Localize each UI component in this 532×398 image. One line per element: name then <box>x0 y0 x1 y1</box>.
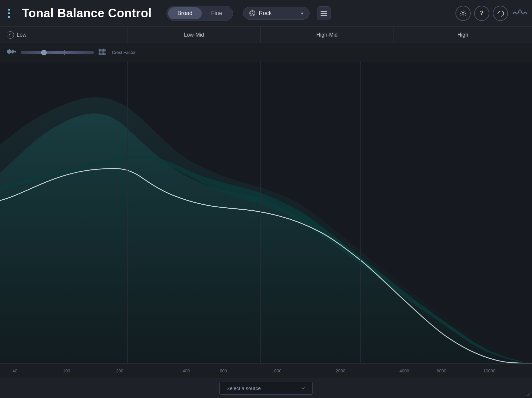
svg-rect-11 <box>14 51 15 52</box>
dots-menu-button[interactable] <box>5 5 13 21</box>
crest-factor-slider[interactable] <box>21 50 94 56</box>
svg-rect-8 <box>11 51 12 53</box>
dot-1 <box>8 9 10 11</box>
preset-chevron: ▾ <box>301 11 303 16</box>
hamburger-menu-button[interactable] <box>317 6 331 20</box>
resize-handle-icon[interactable] <box>525 391 531 397</box>
crest-grid-icon <box>99 48 106 57</box>
freq-tick-1000: 1000 <box>272 368 281 373</box>
band-low-mid-label: Low-Mid <box>128 27 261 43</box>
help-button[interactable]: ? <box>474 6 489 21</box>
fine-button[interactable]: Fine <box>202 7 231 19</box>
band-low-label: S Low <box>0 27 128 43</box>
freq-tick-2000: 2000 <box>336 368 345 373</box>
svg-line-29 <box>530 396 530 396</box>
source-selector[interactable]: Select a source <box>219 382 313 395</box>
svg-rect-10 <box>13 50 14 53</box>
crest-slider-marker <box>64 50 65 55</box>
crest-factor-area: Crest Factor <box>0 43 532 62</box>
svg-rect-4 <box>7 50 8 53</box>
app-title: Tonal Balance Control <box>22 6 152 20</box>
freq-tick-100: 100 <box>63 368 70 373</box>
bottom-bar: Select a source <box>0 378 532 398</box>
preset-icon <box>249 10 255 16</box>
preset-label: Rock <box>259 10 298 17</box>
undo-button[interactable] <box>493 6 508 21</box>
freq-tick-200: 200 <box>116 368 124 373</box>
help-icon: ? <box>480 10 484 17</box>
broad-button[interactable]: Broad <box>168 7 202 19</box>
svg-point-1 <box>252 13 253 14</box>
menu-line-1 <box>321 11 327 12</box>
svg-point-2 <box>462 12 464 14</box>
crest-factor-label: Crest Factor <box>112 50 136 55</box>
freq-tick-600: 600 <box>220 368 227 373</box>
spectrum-chart[interactable] <box>0 62 532 363</box>
header-right-icons: ? <box>455 6 527 21</box>
freq-tick-10000: 10000 <box>483 368 495 373</box>
source-placeholder: Select a source <box>226 385 296 391</box>
freq-tick-6000: 6000 <box>437 368 446 373</box>
broad-fine-toggle: Broad Fine <box>166 6 233 21</box>
freq-tick-400: 400 <box>182 368 190 373</box>
wave-icon[interactable] <box>511 6 527 21</box>
source-chevron-icon <box>301 386 306 391</box>
dot-2 <box>8 12 10 14</box>
main-content: S Low Low-Mid High-Mid High <box>0 27 532 398</box>
svg-rect-5 <box>8 50 9 54</box>
svg-rect-9 <box>12 50 13 54</box>
settings-button[interactable] <box>455 6 471 21</box>
crest-slider-thumb[interactable] <box>41 50 47 55</box>
preset-dropdown[interactable]: Rock ▾ <box>243 7 310 20</box>
crest-wave-icon <box>7 48 16 57</box>
freq-tick-40: 40 <box>13 368 17 373</box>
svg-rect-7 <box>10 50 11 53</box>
band-high-mid-label: High-Mid <box>261 27 394 43</box>
crest-slider-track <box>21 51 94 54</box>
dot-3 <box>8 16 10 18</box>
menu-line-3 <box>321 15 327 16</box>
header: Tonal Balance Control Broad Fine Rock ▾ … <box>0 0 532 27</box>
band-high-label: High <box>394 27 532 43</box>
menu-line-2 <box>321 13 327 14</box>
freq-tick-4000: 4000 <box>399 368 409 373</box>
band-labels-row: S Low Low-Mid High-Mid High <box>0 27 532 43</box>
frequency-axis: 40 100 200 400 600 1000 2000 4000 6000 1… <box>0 363 532 378</box>
svg-rect-6 <box>9 49 10 54</box>
chart-wrapper <box>0 62 532 363</box>
solo-button[interactable]: S <box>7 31 14 39</box>
svg-rect-12 <box>15 51 16 53</box>
